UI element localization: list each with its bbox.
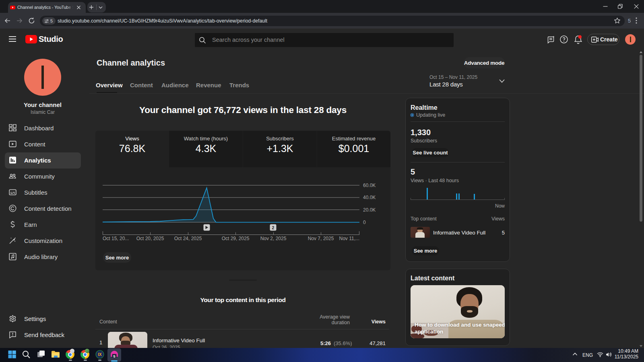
svg-text:Oct 29, 2025: Oct 29, 2025 <box>222 236 250 241</box>
svg-text:2: 2 <box>272 225 275 230</box>
svg-text:Oct 15, 20...: Oct 15, 20... <box>103 236 129 241</box>
svg-text:Nov 11,...: Nov 11,... <box>339 236 359 241</box>
svg-text:Nov 2, 2025: Nov 2, 2025 <box>260 236 287 241</box>
svg-text:20.0K: 20.0K <box>363 207 376 213</box>
svg-text:5: 5 <box>113 354 115 358</box>
svg-text:IX: IX <box>98 352 102 357</box>
svg-text:Oct 24, 2025: Oct 24, 2025 <box>174 236 202 241</box>
svg-text:0: 0 <box>363 220 366 225</box>
svg-text:Oct 20, 2025: Oct 20, 2025 <box>136 236 164 241</box>
svg-text:40.0K: 40.0K <box>363 195 376 200</box>
svg-text:Nov 7, 2025: Nov 7, 2025 <box>308 236 334 241</box>
svg-text:60.0K: 60.0K <box>363 183 376 188</box>
